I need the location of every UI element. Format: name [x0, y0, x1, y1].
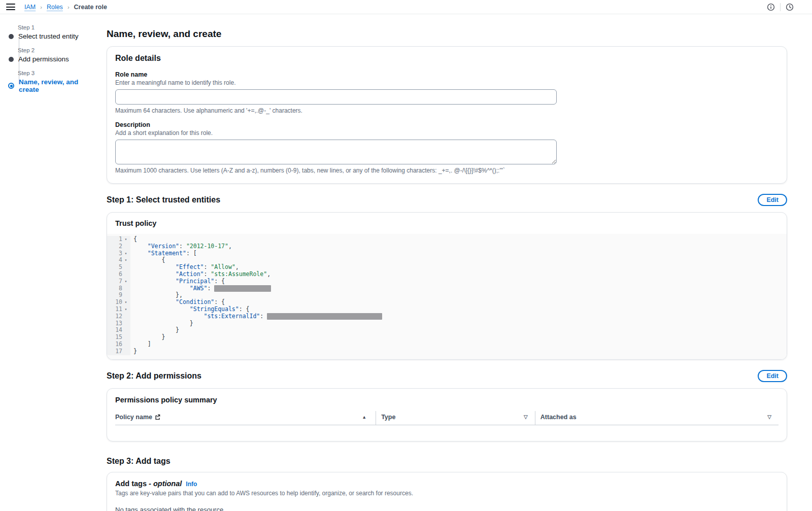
role-name-field-group: Role name Enter a meaningful name to ide… — [115, 71, 779, 114]
step-title: Add permissions — [18, 55, 69, 63]
description-description: Add a short explanation for this role. — [115, 129, 779, 137]
line-number-gutter: 4▾ — [107, 257, 130, 264]
role-details-card: Role details Role name Enter a meaningfu… — [107, 46, 787, 184]
permissions-summary-title: Permissions policy summary — [115, 396, 779, 404]
breadcrumb-current: Create role — [74, 4, 107, 11]
code-line: 8 "AWS": — [107, 285, 787, 292]
column-header-type[interactable]: Type ▽ — [376, 411, 535, 425]
code-line: 6 "Action": "sts:AssumeRole", — [107, 271, 787, 278]
code-line: 9 }, — [107, 292, 787, 299]
code-line: 10▾ "Condition": { — [107, 299, 787, 306]
sort-inactive-icon: ▽ — [767, 414, 773, 420]
tags-empty-message: No tags associated with the resource. — [115, 506, 779, 511]
line-number-gutter: 1▾ — [107, 236, 130, 243]
chevron-right-icon: › — [67, 4, 70, 10]
code-line: 13 } — [107, 320, 787, 327]
role-details-title: Role details — [115, 54, 779, 63]
redacted-value — [214, 285, 271, 292]
code-line: 7▾ "Principal": { — [107, 278, 787, 285]
step-title: Name, review, and create — [19, 78, 99, 93]
menu-icon[interactable] — [6, 4, 15, 10]
fold-toggle-icon[interactable]: ▾ — [122, 250, 129, 257]
description-textarea[interactable] — [115, 140, 557, 164]
wizard-steps-nav: Step 1 Select trusted entity Step 2 Add … — [8, 24, 99, 100]
code-line: 11▾ "StringEquals": { — [107, 306, 787, 313]
line-number-gutter: 7▾ — [107, 278, 130, 285]
code-line: 17} — [107, 348, 787, 355]
edit-trusted-entities-button[interactable]: Edit — [758, 194, 787, 206]
fold-toggle-icon[interactable]: ▾ — [122, 299, 129, 306]
trust-policy-card: Trust policy 1▾{2 "Version": "2012-10-17… — [107, 212, 787, 360]
line-number-gutter: 6 — [107, 271, 130, 278]
code-line: 15 } — [107, 334, 787, 341]
column-header-policy-name[interactable]: Policy name ▲ — [115, 411, 376, 425]
external-link-icon — [155, 414, 160, 420]
code-line: 5 "Effect": "Allow", — [107, 264, 787, 271]
sort-ascending-icon: ▲ — [362, 415, 370, 420]
divider — [780, 3, 781, 11]
line-number-gutter: 3▾ — [107, 250, 130, 257]
fold-toggle-icon[interactable]: ▾ — [122, 278, 129, 285]
line-number-gutter: 11▾ — [107, 306, 130, 313]
step-complete-bullet-icon — [9, 34, 14, 39]
step-number-label: Step 1 — [18, 24, 99, 30]
line-number-gutter: 9 — [107, 292, 130, 299]
step-number-label: Step 3 — [18, 70, 99, 76]
clock-icon[interactable] — [786, 3, 794, 11]
line-number-gutter: 14 — [107, 327, 130, 334]
trust-policy-title: Trust policy — [115, 219, 779, 227]
wizard-step-3[interactable]: Step 3 Name, review, and create — [8, 70, 99, 93]
step-active-bullet-icon — [8, 83, 14, 89]
edit-permissions-button[interactable]: Edit — [758, 370, 787, 382]
step2-section-title: Step 2: Add permissions — [107, 371, 201, 381]
role-name-label: Role name — [115, 71, 779, 78]
step3-section-title: Step 3: Add tags — [107, 457, 171, 466]
fold-toggle-icon[interactable]: ▾ — [122, 257, 129, 264]
add-tags-title: Add tags - optional — [115, 480, 182, 488]
info-icon[interactable] — [767, 3, 775, 11]
line-number-gutter: 16 — [107, 341, 130, 348]
sort-inactive-icon: ▽ — [524, 414, 530, 420]
code-line: 3▾ "Statement": [ — [107, 250, 787, 257]
page-title: Name, review, and create — [107, 28, 787, 40]
trust-policy-code[interactable]: 1▾{2 "Version": "2012-10-17",3▾ "Stateme… — [107, 234, 787, 359]
line-number-gutter: 2 — [107, 243, 130, 250]
fold-toggle-icon[interactable]: ▾ — [122, 236, 129, 243]
role-name-description: Enter a meaningful name to identify this… — [115, 79, 779, 86]
line-number-gutter: 13 — [107, 320, 130, 327]
code-line: 12 "sts:ExternalId": — [107, 313, 787, 320]
chevron-right-icon: › — [40, 4, 42, 10]
code-line: 16 ] — [107, 341, 787, 348]
role-name-input[interactable] — [115, 89, 557, 105]
breadcrumb: IAM › Roles › Create role — [24, 4, 107, 11]
permissions-policy-table: Policy name ▲ Type ▽ — [115, 411, 779, 441]
top-navigation-bar: IAM › Roles › Create role — [0, 0, 812, 14]
description-label: Description — [115, 121, 779, 128]
permissions-summary-card: Permissions policy summary Policy name ▲ — [107, 388, 787, 442]
wizard-step-2[interactable]: Step 2 Add permissions — [8, 47, 99, 63]
line-number-gutter: 8 — [107, 285, 130, 292]
line-number-gutter: 5 — [107, 264, 130, 271]
line-number-gutter: 10▾ — [107, 299, 130, 306]
info-link[interactable]: Info — [186, 481, 197, 488]
code-line: 4▾ { — [107, 257, 787, 264]
breadcrumb-roles[interactable]: Roles — [47, 4, 63, 11]
wizard-step-1[interactable]: Step 1 Select trusted entity — [8, 24, 99, 40]
line-number-gutter: 12 — [107, 313, 130, 320]
tags-description: Tags are key-value pairs that you can ad… — [115, 490, 779, 497]
step-number-label: Step 2 — [18, 47, 99, 53]
step-title: Select trusted entity — [18, 32, 79, 40]
column-header-attached-as[interactable]: Attached as ▽ — [535, 411, 779, 425]
redacted-value — [267, 313, 382, 320]
line-number-gutter: 15 — [107, 334, 130, 341]
code-line: 2 "Version": "2012-10-17", — [107, 243, 787, 250]
description-constraint: Maximum 1000 characters. Use letters (A-… — [115, 167, 779, 174]
breadcrumb-iam[interactable]: IAM — [24, 4, 36, 11]
code-line: 14 } — [107, 327, 787, 334]
code-line: 1▾{ — [107, 236, 787, 243]
empty-table-body — [115, 425, 779, 441]
description-field-group: Description Add a short explanation for … — [115, 121, 779, 174]
role-name-constraint: Maximum 64 characters. Use alphanumeric … — [115, 107, 779, 114]
fold-toggle-icon[interactable]: ▾ — [122, 306, 129, 313]
line-number-gutter: 17 — [107, 348, 130, 355]
